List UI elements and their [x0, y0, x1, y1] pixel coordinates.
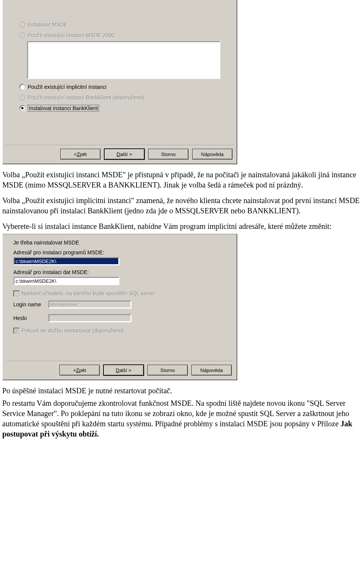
body-paragraph-5: Po restartu Vám doporučujeme zkontrolova… — [2, 398, 362, 439]
input-value: c:\bkwin\MSDE2K\ — [16, 259, 56, 264]
radio-use-existing-msde2000: Použít existující instanci MSDE 2000 — [19, 31, 234, 39]
separator — [6, 145, 234, 146]
checkbox-set-user: Nastavit uživatele, na kterého bude spou… — [13, 290, 233, 297]
cancel-button[interactable]: Storno — [147, 365, 188, 375]
dialog-heading: Je třeba nainstalovat MSDE — [13, 240, 233, 246]
checkbox-icon — [13, 328, 19, 334]
text: D — [117, 151, 120, 157]
text: D — [116, 367, 119, 373]
separator — [6, 361, 233, 362]
label-data-dir: Adresář pro instalaci dat MSDE: — [13, 269, 233, 275]
checkbox-label: Pokusit se službu nastartovat (doporučen… — [22, 328, 124, 334]
radio-install-msde: Instalovat MSDE — [19, 20, 234, 29]
input-prog-dir[interactable]: c:\bkwin\MSDE2K\ — [13, 257, 119, 265]
text: alší > — [120, 151, 132, 157]
radio-label: Použít existující instanci BankKlient (d… — [28, 95, 144, 101]
text: alší > — [119, 367, 131, 373]
back-button[interactable]: < Zpět — [60, 365, 100, 375]
radio-icon[interactable] — [19, 105, 25, 111]
text: pět — [79, 367, 86, 373]
text: Z — [76, 367, 79, 373]
text: < — [73, 367, 76, 373]
help-button[interactable]: Nápověda — [192, 149, 232, 159]
checkbox-label: Nastavit uživatele, na kterého bude spou… — [22, 290, 156, 296]
checkbox-start-service: Pokusit se službu nastartovat (doporučen… — [13, 327, 233, 334]
label-login: Login name — [13, 301, 48, 307]
input-heslo — [48, 314, 132, 322]
label-heslo: Heslo — [13, 315, 48, 321]
row-heslo: Heslo — [13, 314, 233, 322]
radio-use-bankklient: Použít existující instanci BankKlient (d… — [19, 93, 234, 102]
checkbox-icon — [13, 290, 19, 296]
radio-label: Použít existující implicitní instanci — [28, 84, 107, 90]
radio-label: Instalovat instanci BankKlient — [28, 105, 99, 112]
radio-icon[interactable] — [19, 84, 25, 90]
back-button[interactable]: < Zpět — [60, 149, 100, 159]
radio-icon — [19, 32, 25, 38]
radio-label: Instalovat MSDE — [28, 22, 67, 28]
install-options-dialog: Instalovat MSDE Použít existující instan… — [2, 0, 237, 164]
radio-icon — [19, 95, 25, 101]
radio-icon — [19, 22, 25, 28]
input-login: domain\user — [48, 300, 132, 309]
cancel-button[interactable]: Storno — [148, 149, 188, 159]
text: < — [74, 151, 77, 157]
button-row: < Zpět Další > Storno Nápověda — [6, 149, 232, 159]
radio-install-bankklient[interactable]: Instalovat instanci BankKlient — [19, 104, 234, 112]
radio-use-implicit[interactable]: Použít existující implicitní instanci — [19, 83, 234, 91]
row-login: Login name domain\user — [13, 300, 233, 309]
instance-listbox[interactable] — [27, 41, 220, 79]
body-paragraph-2: Volba „Použít existující implicitní inst… — [2, 195, 362, 216]
body-paragraph-4: Po úspěšné instalaci MSDE je nutné resta… — [2, 386, 362, 396]
text: pět — [80, 151, 87, 157]
text: Po restartu Vám doporučujeme zkontrolova… — [2, 399, 349, 428]
radio-label: Použít existující instanci MSDE 2000 — [28, 32, 115, 38]
button-row: < Zpět Další > Storno Nápověda — [6, 365, 232, 375]
label-prog-dir: Adresář pro instalaci programů MSDE: — [13, 249, 233, 255]
text: Z — [77, 151, 80, 157]
next-button[interactable]: Další > — [104, 149, 144, 159]
body-paragraph-1: Volba „Použít existující instanci MSDE" … — [2, 170, 362, 190]
msde-paths-dialog: Je třeba nainstalovat MSDE Adresář pro i… — [2, 234, 237, 380]
input-value: c:\bkwin\MSDE2K\ — [16, 278, 56, 284]
input-data-dir[interactable]: c:\bkwin\MSDE2K\ — [13, 277, 119, 285]
help-button[interactable]: Nápověda — [191, 365, 232, 375]
placeholder: domain\user — [50, 302, 78, 307]
body-paragraph-3: Vyberete-li si instalaci instance BankKl… — [2, 221, 362, 232]
next-button[interactable]: Další > — [104, 365, 144, 375]
